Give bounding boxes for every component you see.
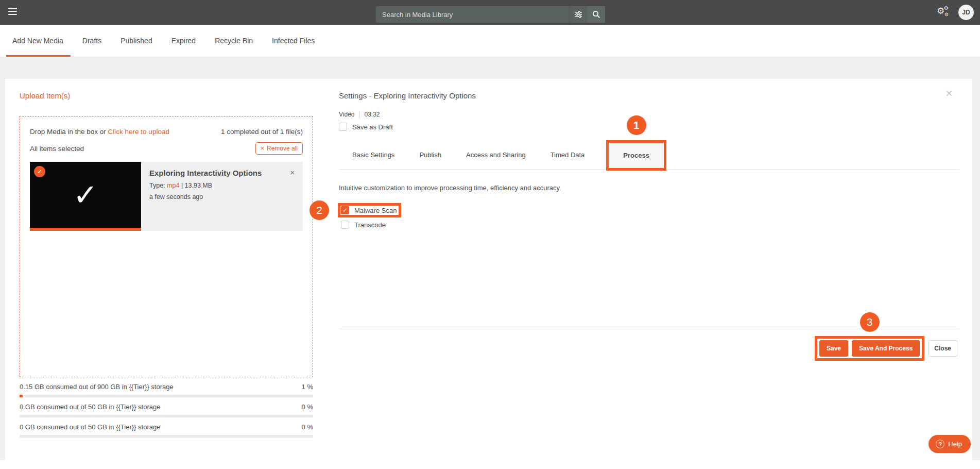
file-size: 13.93 MB [185, 182, 213, 189]
search-group [376, 6, 605, 23]
filter-icon [574, 10, 583, 19]
remove-all-label: Remove all [267, 145, 298, 152]
storage-section: 0.15 GB consumed out of 900 GB in {{Tier… [20, 383, 313, 438]
library-nav-tabs: Add New Media Drafts Published Expired R… [0, 25, 980, 57]
malware-scan-label: Malware Scan [354, 207, 397, 214]
save-as-draft-row: Save as Draft [339, 122, 959, 131]
upload-progress-count: 1 completed out of 1 file(s) [221, 128, 303, 136]
search-input[interactable] [376, 6, 569, 23]
storage-bar [20, 435, 313, 438]
process-description: Intuitive customization to improve proce… [339, 184, 959, 192]
tab-basic-settings[interactable]: Basic Settings [352, 141, 394, 169]
nav-tab-add-new-media[interactable]: Add New Media [12, 25, 63, 57]
tab-publish[interactable]: Publish [419, 141, 441, 169]
upload-title: Upload Item(s) [20, 91, 328, 100]
meta-divider [359, 111, 359, 118]
transcode-checkbox[interactable] [341, 221, 349, 229]
file-remove-icon[interactable]: × [290, 169, 295, 176]
nav-tab-published[interactable]: Published [121, 25, 152, 57]
all-items-selected-label: All items selected [30, 145, 84, 153]
tab-process[interactable]: Process 1 [609, 143, 663, 167]
search-button[interactable] [587, 6, 605, 23]
storage-text: 0 GB consumed out of 50 GB in {{Tier}} s… [20, 423, 160, 431]
remove-all-button[interactable]: × Remove all [255, 142, 303, 155]
help-label: Help [948, 440, 962, 448]
upload-complete-check-icon: ✓ [30, 162, 141, 228]
file-meta: Type: mp4 | 13.93 MB [149, 182, 295, 189]
settings-gears-icon[interactable]: ⚙⚙⚙ [937, 6, 950, 19]
settings-title: Settings - Exploring Interactivity Optio… [339, 91, 959, 100]
file-type-value: mp4 [167, 182, 179, 189]
storage-bar-fill [20, 395, 23, 397]
file-meta-separator: | [181, 182, 183, 189]
settings-tabs: Basic Settings Publish Access and Sharin… [339, 141, 959, 170]
page-background: Upload Item(s) Drop Media in the box or … [0, 57, 980, 460]
media-duration: 03:32 [364, 111, 380, 118]
click-to-upload-link[interactable]: Click here to upload [108, 128, 169, 136]
malware-scan-checkbox[interactable]: ✓ [341, 206, 349, 214]
save-button[interactable]: Save [819, 340, 848, 357]
drop-instruction: Drop Media in the box or Click here to u… [30, 128, 169, 136]
close-button[interactable]: Close [928, 340, 957, 357]
media-type: Video [339, 111, 354, 118]
upload-progress-bar [30, 228, 141, 231]
hamburger-menu-icon[interactable] [8, 8, 18, 17]
uploaded-file-item: ✓ ✓ Exploring Interactivity Options × Ty… [30, 162, 303, 231]
nav-tab-expired[interactable]: Expired [171, 25, 196, 57]
storage-percent: 0 % [302, 423, 313, 431]
nav-tab-recycle-bin[interactable]: Recycle Bin [215, 25, 253, 57]
app-header: ⚙⚙⚙ JD [0, 0, 980, 25]
upload-panel: Upload Item(s) Drop Media in the box or … [5, 79, 328, 460]
storage-text: 0.15 GB consumed out of 900 GB in {{Tier… [20, 383, 174, 391]
storage-row: 0.15 GB consumed out of 900 GB in {{Tier… [20, 383, 313, 397]
help-question-icon: ? [936, 440, 944, 448]
tab-process-label: Process [623, 152, 649, 159]
main-card: Upload Item(s) Drop Media in the box or … [5, 79, 972, 460]
malware-scan-row: ✓ Malware Scan 2 [339, 204, 400, 216]
nav-tab-infected-files[interactable]: Infected Files [272, 25, 315, 57]
save-and-process-button[interactable]: Save And Process [852, 340, 920, 357]
storage-bar [20, 415, 313, 417]
drop-text: Drop Media in the box or [30, 128, 106, 136]
file-info: Exploring Interactivity Options × Type: … [141, 162, 303, 231]
transcode-row: Transcode [339, 219, 959, 231]
save-as-draft-label: Save as Draft [352, 123, 393, 131]
footer-buttons: Save Save And Process 3 Close [339, 340, 959, 357]
storage-row: 0 GB consumed out of 50 GB in {{Tier}} s… [20, 423, 313, 438]
storage-bar [20, 395, 313, 397]
file-thumbnail[interactable]: ✓ ✓ [30, 162, 141, 231]
help-button[interactable]: ? Help [929, 435, 971, 453]
save-as-draft-checkbox[interactable] [339, 123, 347, 131]
tab-timed-data[interactable]: Timed Data [551, 141, 585, 169]
nav-tab-drafts[interactable]: Drafts [82, 25, 101, 57]
storage-percent: 0 % [302, 403, 313, 411]
storage-row: 0 GB consumed out of 50 GB in {{Tier}} s… [20, 403, 313, 417]
storage-text: 0 GB consumed out of 50 GB in {{Tier}} s… [20, 403, 160, 411]
tab-access-and-sharing[interactable]: Access and Sharing [466, 141, 526, 169]
media-meta: Video 03:32 [339, 111, 959, 118]
save-button-group: Save Save And Process 3 [819, 340, 920, 357]
avatar[interactable]: JD [958, 5, 974, 20]
filter-button[interactable] [569, 6, 587, 23]
file-type-label: Type: [149, 182, 165, 189]
footer-divider [339, 329, 959, 329]
search-icon [592, 10, 601, 19]
storage-percent: 1 % [302, 383, 313, 391]
file-upload-time: a few seconds ago [149, 193, 295, 200]
upload-dropzone[interactable]: Drop Media in the box or Click here to u… [20, 116, 313, 377]
settings-panel: × Settings - Exploring Interactivity Opt… [328, 79, 972, 460]
settings-close-icon[interactable]: × [945, 88, 953, 98]
transcode-label: Transcode [354, 221, 386, 229]
remove-all-x-icon: × [261, 145, 264, 152]
file-title: Exploring Interactivity Options [149, 169, 262, 177]
